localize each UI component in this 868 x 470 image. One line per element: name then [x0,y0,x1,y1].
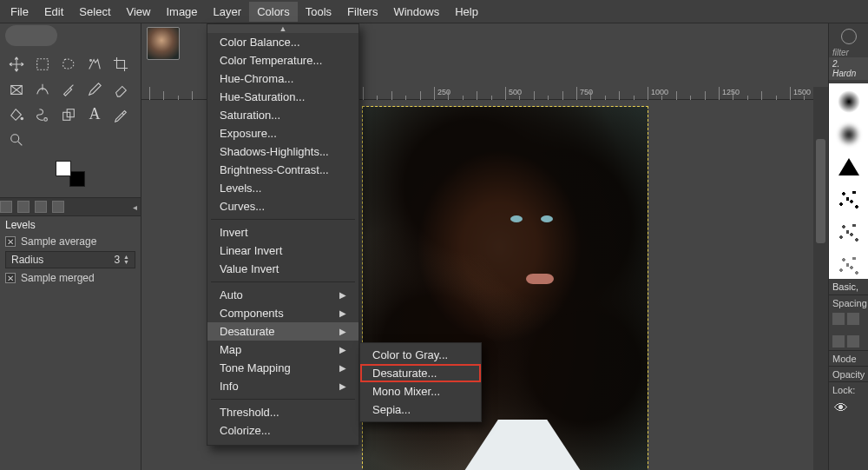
menu-image[interactable]: Image [158,2,205,22]
menu-item-hue-chroma[interactable]: Hue-Chroma... [207,70,358,88]
submenu-arrow-icon: ▶ [339,363,346,373]
visibility-eye-icon[interactable]: 👁 [829,397,868,420]
tool-move[interactable] [3,52,30,76]
menu-item-threshold[interactable]: Threshold... [207,403,358,421]
lock-row[interactable]: Lock: [829,381,868,397]
menu-item-linear-invert[interactable]: Linear Invert [207,242,358,260]
menu-item-colorize[interactable]: Colorize... [207,421,358,440]
option-sample-average[interactable]: ✕ Sample average [0,234,141,249]
tool-eraser[interactable] [108,77,134,101]
submenu-item-sepia[interactable]: Sepia... [360,400,481,419]
menu-edit[interactable]: Edit [36,2,71,22]
menu-view[interactable]: View [119,2,159,22]
mode-row[interactable]: Mode [829,350,868,366]
spinner-icon[interactable]: ▲▼ [123,255,129,265]
brush-header: 2. Hardn [829,57,868,80]
dock-tab-4[interactable] [52,201,64,213]
option-label: Sample average [21,235,96,248]
menu-item-components[interactable]: Components▶ [207,304,358,322]
menu-file[interactable]: File [3,2,36,22]
opacity-label: Opacity [832,369,865,380]
opacity-row[interactable]: Opacity [829,366,868,381]
menu-help[interactable]: Help [447,2,486,22]
tool-smudge[interactable] [30,103,56,126]
scroll-up-icon[interactable]: ▲ [207,24,358,33]
menu-item-color-balance[interactable]: Color Balance... [207,33,358,51]
pattern-icon[interactable] [841,29,857,44]
submenu-item-label: Desaturate... [372,367,437,380]
menu-item-levels[interactable]: Levels... [207,179,358,197]
spacing-row[interactable]: Spacing [829,295,868,310]
tool-color-picker[interactable] [108,103,134,126]
tool-rect-select[interactable] [30,52,56,76]
brush-star[interactable] [834,153,864,181]
menu-layer[interactable]: Layer [206,2,250,22]
menu-item-saturation[interactable]: Saturation... [207,106,358,124]
tool-paintbrush[interactable] [56,77,82,101]
menu-item-brightness-contrast[interactable]: Brightness-Contrast... [207,161,358,179]
tool-text[interactable]: A [82,103,108,126]
menu-colors[interactable]: Colors [249,2,298,22]
menu-item-invert[interactable]: Invert [207,223,358,242]
brush-soft[interactable] [834,87,864,116]
lock-label: Lock: [832,385,855,395]
submenu-arrow-icon: ▶ [339,290,346,300]
dock-menu-icon[interactable]: ◂ [133,202,137,212]
menu-item-value-invert[interactable]: Value Invert [207,260,358,278]
mini-icon[interactable] [832,335,845,348]
radius-label: Radius [11,254,43,266]
tool-clone[interactable] [56,103,82,126]
menu-item-map[interactable]: Map▶ [207,341,358,359]
dock-tab-1[interactable] [0,201,12,213]
menu-item-info[interactable]: Info▶ [207,377,358,395]
menu-tools[interactable]: Tools [298,2,339,22]
vertical-scrollbar[interactable] [813,87,828,470]
menu-item-exposure[interactable]: Exposure... [207,124,358,142]
foreground-color[interactable] [56,161,71,176]
menu-filters[interactable]: Filters [339,2,385,22]
dock-tab-2[interactable] [17,201,30,213]
menubar: File Edit Select View Image Layer Colors… [0,0,868,23]
menu-item-label: Brightness-Contrast... [220,163,329,176]
submenu-item-color-to-gray[interactable]: Color to Gray... [360,346,481,364]
brush-soft[interactable] [834,120,864,149]
tool-free-select[interactable] [56,52,82,76]
dock-tab-3[interactable] [35,201,47,213]
mini-icon[interactable] [847,313,859,325]
menu-separator [211,219,355,220]
menu-item-curves[interactable]: Curves... [207,197,358,215]
tool-fuzzy-select[interactable] [82,52,108,76]
image-thumbnail[interactable] [147,27,180,60]
mini-icon[interactable] [847,335,859,348]
tool-zoom[interactable] [3,128,30,151]
menu-windows[interactable]: Windows [385,2,447,22]
tool-warp[interactable] [30,77,56,101]
tool-transform[interactable] [3,77,30,101]
tool-bucket-fill[interactable] [3,103,30,126]
menu-item-shadows-highlights[interactable]: Shadows-Highlights... [207,142,358,161]
menu-item-tone-mapping[interactable]: Tone Mapping▶ [207,359,358,377]
option-sample-merged[interactable]: ✕ Sample merged [0,270,141,286]
brush-noise[interactable] [834,250,864,280]
tool-crop[interactable] [108,52,134,76]
menu-item-desaturate[interactable]: Desaturate▶ [207,322,358,341]
menu-select[interactable]: Select [71,2,118,22]
menu-item-label: Curves... [220,200,265,213]
menu-item-hue-saturation[interactable]: Hue-Saturation... [207,88,358,106]
submenu-item-desaturate[interactable]: Desaturate... [360,364,481,382]
tool-pencil[interactable] [82,77,108,101]
menu-item-color-temperature[interactable]: Color Temperature... [207,51,358,70]
menu-item-label: Color Temperature... [220,54,322,67]
option-label: Sample merged [21,272,95,284]
menu-item-auto[interactable]: Auto▶ [207,286,358,304]
radius-value: 3 [114,254,120,266]
background-color[interactable] [69,171,85,187]
photo-eye [510,215,523,222]
radius-input[interactable]: Radius 3 ▲▼ [5,251,135,268]
submenu-item-mono-mixer[interactable]: Mono Mixer... [360,382,481,400]
brush-noise[interactable] [834,217,864,247]
mini-icon[interactable] [832,313,845,325]
brush-grid[interactable] [829,83,868,279]
brush-noise[interactable] [834,184,864,214]
photo-lips [526,274,554,284]
